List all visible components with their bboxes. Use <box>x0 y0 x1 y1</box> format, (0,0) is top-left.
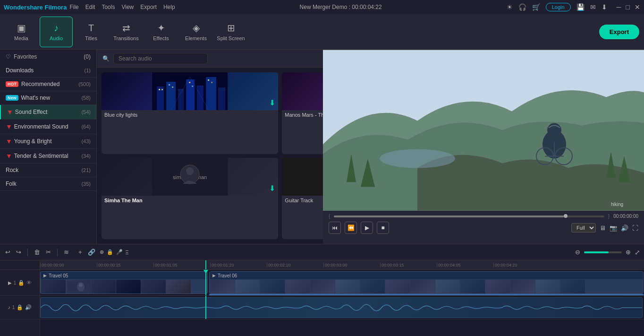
preview-panel: hiking { } 00:00:00:00 ⏮ ⏪ ▶ ■ <box>323 50 644 244</box>
audio-wave-button[interactable]: ≋ <box>62 247 70 257</box>
tool-split-screen[interactable]: ⊞ Split Screen <box>214 17 247 47</box>
menu-tools[interactable]: Tools <box>102 4 115 10</box>
tool-transitions[interactable]: ⇄ Transitions <box>110 17 143 47</box>
volume-icon[interactable]: 🔊 <box>621 224 628 232</box>
clip-travel06-frames <box>210 279 643 294</box>
download-icon-blue-city[interactable]: ⬇ <box>269 98 275 107</box>
stop-button[interactable]: ■ <box>377 222 389 234</box>
sidebar-item-tender[interactable]: ▼ Tender & Sentimental (34) <box>0 149 96 164</box>
track-eye-icon[interactable]: 👁 <box>26 280 32 285</box>
export-button[interactable]: Export <box>599 25 639 39</box>
playback-row: ⏮ ⏪ ▶ ■ Full 1/2 1/4 🖥 📷 🔊 ⛶ <box>329 222 638 234</box>
audio-card-simha[interactable]: simha the man ⬇ Simha The Man <box>102 158 278 240</box>
minimize-button[interactable]: ─ <box>617 3 621 11</box>
arrow-icon2: ▼ <box>6 123 12 130</box>
add-track-button[interactable]: + <box>77 247 84 257</box>
download-icon-simha[interactable]: ⬇ <box>269 184 275 193</box>
undo-button[interactable]: ↩ <box>4 247 12 257</box>
download-icon[interactable]: ⬇ <box>602 3 607 11</box>
menu-edit[interactable]: Edit <box>85 4 95 10</box>
sidebar-item-favorites[interactable]: ♡ Favorites (0) <box>0 50 96 64</box>
favorites-count: (0) <box>84 53 91 60</box>
clip-travel06[interactable]: ▶ Travel 06 <box>209 271 644 294</box>
play-button[interactable]: ▶ <box>361 222 373 234</box>
sun-icon[interactable]: ☀ <box>507 3 513 11</box>
maximize-button[interactable]: □ <box>626 3 630 11</box>
audio-track-num: 1 <box>12 305 15 310</box>
audio-lock-icon[interactable]: 🔒 <box>17 304 23 310</box>
svg-rect-2 <box>166 82 176 110</box>
seek-bar[interactable] <box>334 215 604 217</box>
login-button[interactable]: Login <box>546 3 571 11</box>
quality-select[interactable]: Full 1/2 1/4 <box>571 223 596 233</box>
tool-effects[interactable]: ✦ Effects <box>144 17 178 47</box>
sidebar-item-environmental[interactable]: ▼ Environmental Sound (64) <box>0 120 96 134</box>
audio-card-blue-city[interactable]: ⬇ Blue city lights <box>102 72 278 154</box>
menu-view[interactable]: View <box>121 4 134 10</box>
tool-media-label: Media <box>14 35 28 41</box>
sidebar-item-sound-effect[interactable]: ▼ Sound Effect (54) <box>0 105 96 120</box>
hot-badge: HOT <box>6 81 18 87</box>
link-button[interactable]: 🔗 <box>86 247 97 257</box>
timeline-area: ↩ ↪ 🗑 ✂ ≋ + 🔗 ⊕ 🔒 🎤 Ξ ⊖ ⊕ ⤢ <box>0 244 644 336</box>
audio-title-simha: Simha The Man <box>102 196 278 205</box>
sidebar-item-whats-new[interactable]: New What's new (58) <box>0 91 96 105</box>
step-back-button[interactable]: ⏪ <box>345 222 357 234</box>
clip-travel05-header: ▶ Travel 05 <box>41 272 207 279</box>
track-content-area: 00:00:00:00 00:00:00:15 00:00:01:05 00:0… <box>40 260 644 336</box>
track-lock-icon[interactable]: 🔒 <box>18 280 25 286</box>
tool-audio[interactable]: ♪ Audio <box>40 17 73 47</box>
clip-travel05[interactable]: ▶ Travel 05 <box>40 271 208 294</box>
audio-wave-clip[interactable] <box>40 297 643 318</box>
screenshot-icon[interactable]: 📷 <box>610 224 617 232</box>
tool-audio-label: Audio <box>50 35 63 41</box>
mic-icon[interactable]: 🎤 <box>116 249 123 255</box>
sidebar-item-downloads[interactable]: Downloads (1) <box>0 64 96 78</box>
tool-elements-label: Elements <box>185 35 207 41</box>
zoom-slider[interactable] <box>584 251 622 253</box>
close-button[interactable]: ✕ <box>635 3 640 11</box>
skip-back-button[interactable]: ⏮ <box>329 222 341 234</box>
menu-file[interactable]: File <box>69 4 78 10</box>
cloud-icon[interactable]: 💾 <box>576 3 585 11</box>
snap-icon[interactable]: ⊕ <box>100 249 104 255</box>
menu-export[interactable]: Export <box>140 4 157 10</box>
expand-timeline-button[interactable]: ⤢ <box>635 249 640 256</box>
frame <box>235 280 260 294</box>
menu-help[interactable]: Help <box>163 4 175 10</box>
lock-icon[interactable]: 🔒 <box>107 249 113 255</box>
redo-button[interactable]: ↪ <box>15 247 23 257</box>
ruler-mark-1: 00:00:00:15 <box>97 263 153 267</box>
mail-icon[interactable]: ✉ <box>590 3 596 11</box>
cart-icon[interactable]: 🛒 <box>532 3 540 11</box>
tool-elements[interactable]: ◈ Elements <box>179 17 212 47</box>
monitor-icon[interactable]: 🖥 <box>600 224 606 232</box>
zoom-in-button[interactable]: ⊕ <box>626 249 631 256</box>
ruler-mark-6: 00:00:03:15 <box>380 263 437 267</box>
divider1 <box>27 249 28 256</box>
audio-sidebar: ♡ Favorites (0) Downloads (1) HOT Recomm… <box>0 50 97 244</box>
delete-button[interactable]: 🗑 <box>33 247 42 257</box>
tool-transitions-label: Transitions <box>113 35 138 41</box>
audio-mute-icon[interactable]: 🔊 <box>25 304 32 310</box>
sidebar-item-rock[interactable]: Rock (21) <box>0 164 96 177</box>
playhead-ruler <box>205 260 206 269</box>
sidebar-item-folk[interactable]: Folk (35) <box>0 177 96 191</box>
tool-media[interactable]: ▣ Media <box>5 17 38 47</box>
bracket-left: { <box>329 214 330 219</box>
whats-new-label: New What's new <box>6 95 50 101</box>
cut-button[interactable]: ✂ <box>44 247 52 257</box>
headphone-icon[interactable]: 🎧 <box>518 3 526 11</box>
whats-new-count: (58) <box>81 95 91 101</box>
tender-label: Tender & Sentimental <box>14 153 68 159</box>
tool-titles[interactable]: T Titles <box>75 17 108 47</box>
zoom-out-button[interactable]: ⊖ <box>575 249 580 256</box>
text-icon[interactable]: Ξ <box>126 250 129 255</box>
search-input[interactable] <box>113 53 208 64</box>
sidebar-item-young-bright[interactable]: ▼ Young & Bright (43) <box>0 134 96 149</box>
svg-rect-5 <box>197 86 203 110</box>
tool-titles-label: Titles <box>85 35 97 41</box>
seek-thumb[interactable] <box>564 214 568 218</box>
sidebar-item-recommended[interactable]: HOT Recommended (500) <box>0 78 96 91</box>
fullscreen-icon[interactable]: ⛶ <box>632 224 638 232</box>
